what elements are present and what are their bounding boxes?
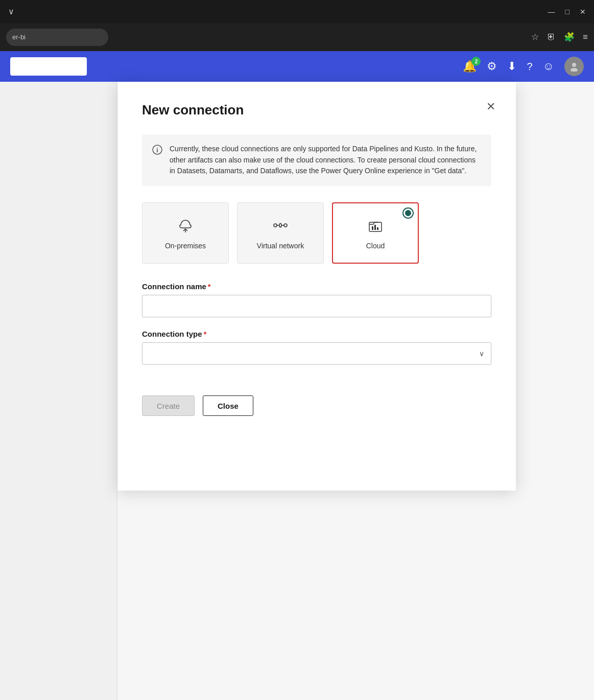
address-text: er-bi <box>12 33 26 41</box>
cloud-card[interactable]: Cloud <box>332 202 419 264</box>
svg-point-1 <box>571 68 578 72</box>
download-button[interactable]: ⬇ <box>507 60 516 73</box>
sidebar <box>0 82 117 700</box>
svg-rect-12 <box>377 227 378 230</box>
logo-area <box>10 57 87 76</box>
svg-point-0 <box>572 63 576 67</box>
chevron-down-icon[interactable]: ∨ <box>8 7 14 16</box>
main-area: New connection ✕ i Currently, these clou… <box>0 82 594 700</box>
selected-radio-indicator <box>403 208 413 218</box>
svg-rect-11 <box>374 225 376 230</box>
info-icon: i <box>152 145 162 177</box>
maximize-button[interactable]: □ <box>565 8 569 16</box>
on-premises-label: On-premises <box>165 242 206 250</box>
new-connection-dialog: New connection ✕ i Currently, these clou… <box>117 82 516 491</box>
svg-point-6 <box>284 224 287 227</box>
notification-button[interactable]: 🔔 2 <box>463 60 477 73</box>
minimize-button[interactable]: — <box>548 8 555 16</box>
connection-name-required: * <box>208 282 211 291</box>
connection-type-cards: On-premises <box>142 202 491 264</box>
cloud-icon <box>366 216 385 237</box>
settings-button[interactable]: ⚙ <box>487 60 497 73</box>
smiley-button[interactable]: ☺ <box>543 60 554 73</box>
create-button[interactable]: Create <box>142 395 195 416</box>
connection-type-select-wrapper: ∨ <box>142 342 491 365</box>
notification-badge: 2 <box>471 57 481 66</box>
connection-type-label: Connection type* <box>142 330 491 338</box>
dialog-actions: Create Close <box>142 395 491 416</box>
dialog-overlay: New connection ✕ i Currently, these clou… <box>117 82 594 700</box>
info-box: i Currently, these cloud connections are… <box>142 134 491 186</box>
on-premises-icon <box>176 216 195 237</box>
cloud-label: Cloud <box>366 242 385 250</box>
virtual-network-icon <box>271 216 290 237</box>
avatar[interactable] <box>564 57 584 76</box>
titlebar-center: ∨ <box>8 7 14 16</box>
virtual-network-card[interactable]: Virtual network <box>237 202 324 264</box>
connection-type-select[interactable] <box>142 342 491 365</box>
close-window-button[interactable]: ✕ <box>580 8 586 16</box>
dialog-title: New connection <box>142 102 491 118</box>
header-icons: 🔔 2 ⚙ ⬇ ? ☺ <box>463 57 584 76</box>
menu-icon[interactable]: ≡ <box>583 32 588 42</box>
svg-point-5 <box>274 224 277 227</box>
browser-navbar: er-bi ☆ ⛨ 🧩 ≡ <box>0 23 594 51</box>
app-header: 🔔 2 ⚙ ⬇ ? ☺ <box>0 51 594 82</box>
help-button[interactable]: ? <box>527 61 532 73</box>
on-premises-card[interactable]: On-premises <box>142 202 229 264</box>
dialog-close-button[interactable]: ✕ <box>486 100 495 113</box>
connection-type-required: * <box>204 330 207 338</box>
close-button[interactable]: Close <box>203 395 253 416</box>
connection-name-label: Connection name* <box>142 282 491 291</box>
svg-text:i: i <box>156 147 158 154</box>
address-bar[interactable]: er-bi <box>6 29 108 46</box>
info-text: Currently, these cloud connections are o… <box>170 144 481 177</box>
browser-titlebar: ∨ — □ ✕ <box>0 0 594 23</box>
bookmark-icon[interactable]: ☆ <box>531 32 539 42</box>
extensions-icon[interactable]: 🧩 <box>564 32 575 42</box>
connection-name-input[interactable] <box>142 295 491 317</box>
shield-icon[interactable]: ⛨ <box>547 32 556 42</box>
window-controls: — □ ✕ <box>548 8 586 16</box>
nav-icons: ☆ ⛨ 🧩 ≡ <box>531 32 588 42</box>
svg-rect-10 <box>372 226 373 230</box>
virtual-network-label: Virtual network <box>257 242 304 250</box>
